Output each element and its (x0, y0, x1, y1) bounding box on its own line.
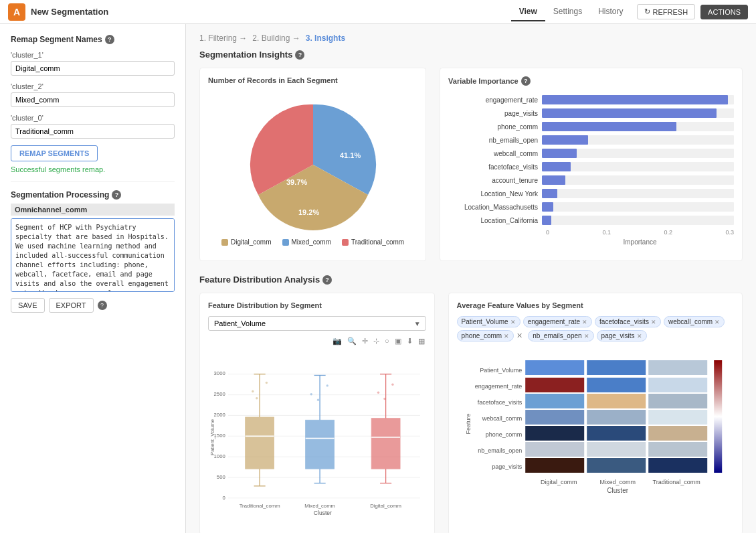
sidebar: Remap Segment Names ? 'cluster_1' 'clust… (0, 24, 186, 533)
feature-dist-help[interactable]: ? (322, 275, 332, 285)
color-scale (714, 360, 722, 473)
bar-fill-tenure (542, 175, 565, 185)
export-button[interactable]: EXPORT (49, 298, 94, 313)
refresh-button[interactable]: ↻ REFRESH (637, 4, 696, 19)
svg-point-23 (256, 397, 258, 399)
svg-point-43 (383, 398, 385, 400)
bar-row-emails: nb_emails_open (448, 135, 734, 145)
svg-text:phone_comm: phone_comm (485, 431, 522, 438)
tag-x-patient[interactable]: ✕ (510, 319, 516, 325)
cell-6-1 (587, 458, 646, 473)
remap-help-icon[interactable]: ? (105, 35, 114, 44)
bar-row-engagement: engagement_rate (448, 95, 734, 104)
actions-button[interactable]: ACTIONS (700, 5, 748, 19)
tab-settings[interactable]: Settings (545, 3, 590, 21)
svg-point-21 (252, 390, 254, 392)
tag-x-pagevisits[interactable]: ✕ (637, 333, 642, 339)
feature-dropdown[interactable]: Patient_Volume engagement_rate phone_com… (208, 316, 426, 331)
zoom-icon[interactable]: 🔍 (346, 336, 358, 346)
insights-help-icon[interactable]: ? (295, 50, 304, 60)
step-insights[interactable]: 3. Insights (306, 33, 345, 43)
clear-all-tags[interactable]: ✕ (516, 331, 523, 340)
cell-2-0 (525, 394, 584, 408)
svg-text:500: 500 (217, 474, 225, 480)
cluster1-input[interactable] (11, 61, 175, 76)
var-importance-help[interactable]: ? (521, 76, 531, 86)
tag-facetoface: facetoface_visits ✕ (595, 316, 661, 327)
cell-3-1 (587, 410, 646, 425)
bar-row-phone: phone_comm (448, 122, 734, 131)
legend-traditional: Traditional_comm (342, 238, 404, 246)
cell-4-0 (525, 426, 584, 441)
cell-3-0 (525, 410, 584, 425)
tag-emails: nb_emails_open ✕ (528, 330, 593, 341)
pie-container: 41.1% 39.7% 19.2% Digital_comm Mixe (208, 91, 417, 252)
svg-text:3000: 3000 (214, 370, 225, 376)
cluster1-label: 'cluster_1' (11, 51, 175, 59)
cluster0-input[interactable] (11, 124, 175, 139)
pie-label-traditional: 19.2% (298, 208, 319, 216)
svg-text:webcall_comm: webcall_comm (481, 415, 522, 422)
cell-4-1 (587, 426, 646, 441)
remap-segments-button[interactable]: REMAP SEGMENTS (11, 145, 98, 161)
legend-dot-digital (221, 239, 228, 246)
lasso-icon[interactable]: ○ (383, 336, 391, 346)
bar-row-webcall: webcall_comm (448, 149, 734, 158)
step-building[interactable]: 2. Building → (252, 33, 300, 43)
bar-fill-ca (542, 216, 551, 225)
svg-text:1500: 1500 (214, 433, 225, 439)
svg-text:engagement_rate: engagement_rate (474, 383, 522, 390)
processing-help-icon[interactable]: ? (112, 190, 121, 200)
chart-toolbar: 📷 🔍 ✛ ⊹ ○ ▣ ⬇ ▦ (208, 336, 426, 346)
svg-rect-37 (371, 418, 400, 469)
tab-history[interactable]: History (590, 3, 631, 21)
select-icon[interactable]: ▣ (393, 336, 403, 346)
tag-x-phone[interactable]: ✕ (504, 333, 509, 339)
camera-icon[interactable]: 📷 (331, 336, 343, 346)
svg-point-41 (377, 391, 379, 393)
bottom-help-icon[interactable]: ? (98, 301, 107, 310)
bar-row-page: page_visits (448, 108, 734, 118)
cell-1-0 (525, 378, 584, 392)
pie-svg: 41.1% 39.7% 19.2% (246, 98, 380, 232)
bar-axis: 0 0.1 0.2 0.3 (448, 229, 734, 236)
legend-mixed: Mixed_comm (282, 238, 331, 246)
save-button[interactable]: SAVE (11, 298, 45, 313)
divider (11, 181, 175, 182)
tab-view[interactable]: View (511, 3, 545, 21)
bar-row-ma: Location_Massachusetts (448, 202, 734, 212)
bar-fill-ny (542, 189, 557, 198)
download-icon[interactable]: ⬇ (405, 336, 414, 346)
tag-x-emails[interactable]: ✕ (584, 333, 589, 339)
svg-text:Traditional_comm: Traditional_comm (652, 479, 700, 485)
svg-text:Mixed_comm: Mixed_comm (599, 479, 636, 485)
svg-text:Patient_Volume: Patient_Volume (480, 367, 522, 374)
heatmap-svg: Feature Patient_Volume engagement_rate f… (457, 347, 734, 494)
tag-x-engagement[interactable]: ✕ (582, 319, 587, 325)
tag-engagement: engagement_rate ✕ (523, 316, 592, 327)
tag-x-face[interactable]: ✕ (651, 319, 656, 325)
cluster2-input[interactable] (11, 92, 175, 107)
tag-x-webcall[interactable]: ✕ (715, 319, 720, 325)
plus-icon[interactable]: ✛ (361, 336, 369, 346)
processing-title: Segmentation Processing ? (11, 190, 175, 200)
bar-type-icon[interactable]: ▦ (417, 336, 426, 346)
svg-rect-27 (306, 420, 335, 469)
cell-1-1 (587, 378, 646, 392)
svg-text:Mixed_comm: Mixed_comm (304, 503, 335, 509)
tag-phone: phone_comm ✕ (457, 330, 514, 341)
top-nav: A New Segmentation View Settings History… (0, 0, 756, 24)
pie-legend: Digital_comm Mixed_comm Traditional_comm (221, 238, 404, 246)
step-filtering[interactable]: 1. Filtering → (199, 33, 247, 43)
cell-5-2 (648, 442, 707, 457)
cell-6-2 (648, 458, 707, 473)
svg-text:1000: 1000 (214, 453, 225, 459)
svg-text:nb_emails_open: nb_emails_open (478, 447, 522, 454)
processing-textarea[interactable]: Segment of HCP with Psychiatry specialty… (11, 218, 175, 292)
feature-row: Feature Distribution by Segment Patient_… (199, 293, 743, 533)
cell-2-1 (587, 394, 646, 408)
move-icon[interactable]: ⊹ (372, 336, 381, 346)
svg-point-22 (266, 382, 268, 384)
heatmap-title: Average Feature Values by Segment (457, 301, 734, 309)
insights-section: Segmentation Insights ? Number of Record… (186, 50, 756, 533)
